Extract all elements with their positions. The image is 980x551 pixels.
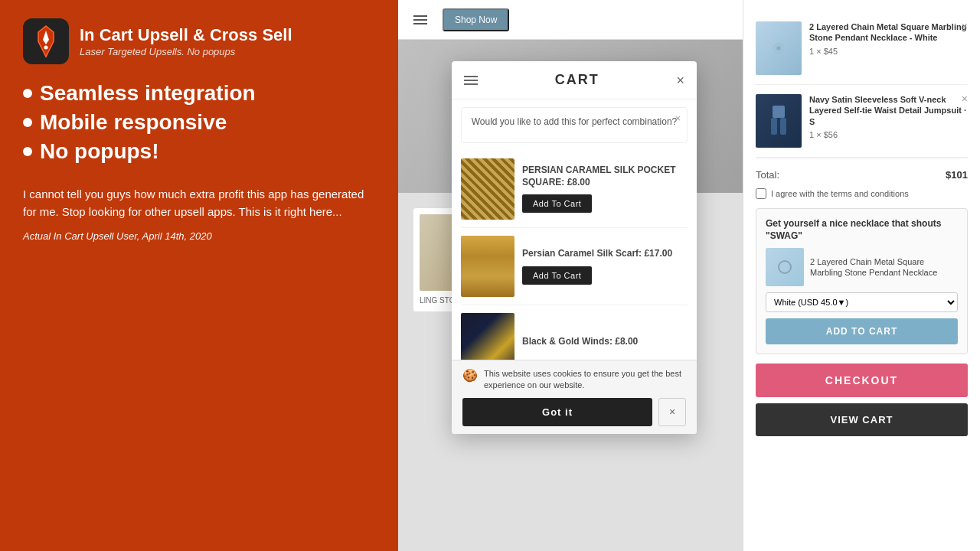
checkout-button[interactable]: CHECKOUT: [756, 364, 968, 397]
upsell-product-name-1: PERSIAN CARAMEL SILK POCKET SQUARE: £8.0…: [522, 165, 688, 188]
upsell-product-img: [766, 248, 804, 286]
cart-modal-title: CART: [555, 72, 599, 88]
cookie-text-row: 🍪 This website uses cookies to ensure yo…: [462, 368, 686, 392]
cart-item-info-2: Navy Satin Sleeveless Soft V-neck Layere…: [809, 94, 968, 148]
cart-item-name-2: Navy Satin Sleeveless Soft V-neck Layere…: [809, 94, 968, 127]
upsell-product-img-1: [461, 158, 514, 220]
upsell-product-details-2: Persian Caramel Silk Scarf: £17.00 Add T…: [522, 248, 688, 285]
left-panel: In Cart Upsell & Cross Sell Laser Target…: [0, 0, 398, 551]
cart-modal-header: CART ×: [452, 61, 697, 99]
upsell-variant-select[interactable]: White (USD 45.0▼): [766, 292, 958, 312]
feature-item-1: Seamless integration: [23, 81, 375, 106]
upsell-product-name: 2 Layered Chain Metal Square Marbling St…: [810, 256, 958, 279]
total-value: $101: [946, 169, 968, 181]
svg-point-2: [776, 46, 781, 51]
brand-name: In Cart Upsell & Cross Sell: [80, 25, 292, 45]
brand-logo: [23, 18, 69, 64]
total-label: Total:: [756, 169, 779, 181]
cookie-buttons: Got it ×: [462, 398, 686, 426]
cart-item-row-1: 2 Layered Chain Metal Square Marbling St…: [756, 12, 968, 85]
brand-header: In Cart Upsell & Cross Sell Laser Target…: [23, 18, 375, 64]
upsell-product-row: 2 Layered Chain Metal Square Marbling St…: [766, 248, 958, 286]
bullet-icon-2: [23, 118, 32, 127]
cart-modal: CART × × Would you like to add this for …: [452, 61, 697, 434]
view-cart-button[interactable]: VIEW CART: [756, 403, 968, 436]
svg-rect-4: [771, 118, 777, 135]
remove-item-1-button[interactable]: ×: [962, 20, 968, 32]
upsell-product-details-3: Black & Gold Winds: £8.00: [522, 336, 688, 351]
feature-item-3: No popups!: [23, 139, 375, 164]
cart-item-qty-1: 1 × $45: [809, 47, 968, 56]
upsell-products-list: PERSIAN CARAMEL SILK POCKET SQUARE: £8.0…: [452, 151, 697, 383]
right-section: Shop Now BOTTOMS ▾ SH... LING STONE PEND…: [398, 0, 980, 551]
svg-rect-5: [780, 118, 786, 135]
upsell-product-name-2: Persian Caramel Silk Scarf: £17.00: [522, 248, 688, 260]
svg-point-6: [779, 261, 791, 273]
upsell-product-1: PERSIAN CARAMEL SILK POCKET SQUARE: £8.0…: [461, 151, 688, 228]
cookie-close-button[interactable]: ×: [658, 398, 686, 426]
upsell-product-details-1: PERSIAN CARAMEL SILK POCKET SQUARE: £8.0…: [522, 165, 688, 213]
feature-label-3: No popups!: [40, 139, 159, 164]
terms-label: I agree with the terms and conditions: [771, 189, 909, 198]
testimonial-author: Actual In Cart Upsell User, April 14th, …: [23, 230, 375, 242]
cart-item-img-jumpsuit: [756, 94, 802, 148]
got-it-button[interactable]: Got it: [462, 398, 652, 426]
cart-item-img-necklace: [756, 21, 802, 75]
cart-hamburger-icon[interactable]: [464, 76, 478, 85]
feature-item-2: Mobile responsive: [23, 110, 375, 135]
cookie-message: This website uses cookies to ensure you …: [484, 368, 686, 392]
upsell-suggestion-close-button[interactable]: ×: [675, 112, 681, 124]
upsell-product-name-3: Black & Gold Winds: £8.00: [522, 336, 688, 348]
upsell-product-2: Persian Caramel Silk Scarf: £17.00 Add T…: [461, 228, 688, 305]
bullet-icon: [23, 89, 32, 98]
cart-modal-close-button[interactable]: ×: [676, 73, 684, 87]
cart-total-row: Total: $101: [756, 158, 968, 188]
upsell-add-to-cart-button[interactable]: ADD TO CART: [766, 318, 958, 344]
right-cart-panel: 2 Layered Chain Metal Square Marbling St…: [743, 0, 980, 551]
testimonial-text: I cannot tell you guys how much extra pr…: [23, 185, 375, 221]
terms-row: I agree with the terms and conditions: [756, 188, 968, 199]
brand-tagline: Laser Targeted Upsells. No popups: [80, 46, 292, 57]
cart-item-row-2: Navy Satin Sleeveless Soft V-neck Layere…: [756, 85, 968, 158]
shop-now-button[interactable]: Shop Now: [443, 8, 509, 31]
svg-point-0: [44, 46, 48, 50]
features-list: Seamless integration Mobile responsive N…: [23, 81, 375, 168]
remove-item-2-button[interactable]: ×: [962, 93, 968, 105]
cart-item-name-1: 2 Layered Chain Metal Square Marbling St…: [809, 21, 968, 44]
upsell-add-btn-2[interactable]: Add To Cart: [522, 266, 592, 285]
upsell-product-img-2: [461, 236, 514, 297]
cookie-icon: 🍪: [462, 368, 478, 383]
svg-rect-3: [773, 106, 785, 118]
terms-checkbox[interactable]: [756, 188, 766, 199]
upsell-suggestion-box: × Would you like to add this for perfect…: [461, 107, 688, 143]
feature-label-1: Seamless integration: [40, 81, 256, 106]
upsell-suggestion-text: Would you like to add this for perfect c…: [469, 116, 679, 129]
cart-item-qty-2: 1 × $56: [809, 130, 968, 139]
bullet-icon-3: [23, 147, 32, 156]
cart-item-info-1: 2 Layered Chain Metal Square Marbling St…: [809, 21, 968, 75]
hamburger-menu-icon[interactable]: [413, 15, 427, 24]
upsell-headline: Get yourself a nice necklace that shouts…: [766, 218, 958, 242]
upsell-box: Get yourself a nice necklace that shouts…: [756, 208, 968, 354]
upsell-add-btn-1[interactable]: Add To Cart: [522, 194, 592, 213]
cookie-banner: 🍪 This website uses cookies to ensure yo…: [452, 360, 697, 434]
feature-label-2: Mobile responsive: [40, 110, 227, 135]
brand-text: In Cart Upsell & Cross Sell Laser Target…: [80, 25, 292, 57]
